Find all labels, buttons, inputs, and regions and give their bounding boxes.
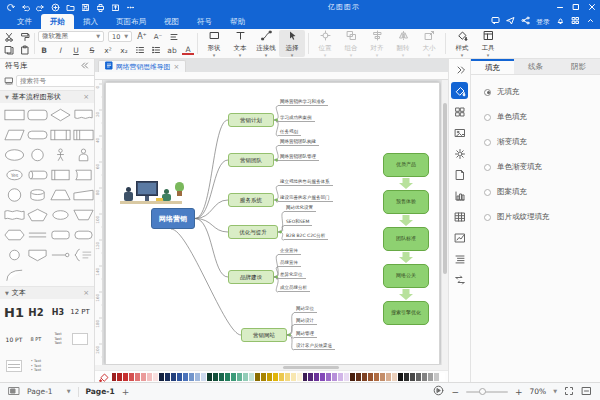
bullet-list-icon[interactable] <box>150 45 162 56</box>
bell-icon[interactable] <box>556 16 565 27</box>
radio-icon[interactable] <box>484 139 491 146</box>
drawing-area[interactable]: 网络营销营销计划网络营销的学习和准备学习成功的案例任务规划营销团队网络营销团队构… <box>103 80 441 365</box>
color-swatch[interactable] <box>285 373 290 381</box>
mindmap-branch-node[interactable]: 优化与提升 <box>228 225 278 239</box>
color-swatch[interactable] <box>404 373 409 381</box>
shape-circle[interactable] <box>26 145 49 164</box>
mindmap-branch-node[interactable]: 营销团队 <box>228 153 274 167</box>
color-swatch[interactable] <box>159 373 164 381</box>
color-swatch[interactable] <box>440 373 445 381</box>
color-swatch[interactable] <box>434 373 439 381</box>
shape-rounded-rectangle[interactable] <box>26 105 49 124</box>
superscript-icon[interactable]: x² <box>102 45 114 56</box>
radio-icon[interactable] <box>484 189 491 196</box>
color-swatch[interactable] <box>297 373 302 381</box>
zoom-level[interactable]: 70% <box>529 387 546 396</box>
color-swatch[interactable] <box>177 373 182 381</box>
color-swatch[interactable] <box>147 373 152 381</box>
mindmap-leaf-node[interactable]: 网站设计 <box>294 318 317 325</box>
shape-ellipse[interactable] <box>3 145 26 164</box>
mindmap-leaf-node[interactable]: 网站定位 <box>294 306 317 313</box>
shape-hexagon[interactable] <box>3 225 26 244</box>
fill-option[interactable]: 无填充 <box>484 87 587 97</box>
comment-icon[interactable] <box>491 16 500 27</box>
color-swatch[interactable] <box>243 373 248 381</box>
save-icon[interactable] <box>80 2 91 12</box>
library-panel-icon[interactable] <box>451 103 468 120</box>
page-tab[interactable]: Page-1 <box>86 387 115 396</box>
color-swatch[interactable] <box>129 373 134 381</box>
numbered-list-icon[interactable] <box>134 45 146 56</box>
text-style-H2[interactable]: H2 <box>25 301 47 323</box>
decrease-font-icon[interactable]: A⁻ <box>152 31 164 42</box>
color-swatch[interactable] <box>225 373 230 381</box>
print-icon[interactable] <box>95 2 106 12</box>
color-swatch[interactable] <box>249 373 254 381</box>
mindmap-flow-node[interactable]: 团队标准 <box>383 227 429 251</box>
radio-icon[interactable] <box>484 164 491 171</box>
menu-tab-帮助[interactable]: 帮助 <box>221 14 254 29</box>
color-swatch[interactable] <box>362 373 367 381</box>
highlight-icon[interactable]: ab <box>166 45 178 56</box>
add-page-button[interactable]: + <box>122 387 130 397</box>
increase-font-icon[interactable]: A⁺ <box>136 31 148 42</box>
mindmap-leaf-node[interactable]: 建设完善的客户服务部门 <box>278 195 333 202</box>
color-swatch[interactable] <box>279 373 284 381</box>
subscript-icon[interactable]: x₂ <box>118 45 130 56</box>
text-style-8 PT[interactable]: 8 PT <box>25 328 47 350</box>
color-swatch[interactable] <box>398 373 403 381</box>
mindmap-leaf-node[interactable]: 品牌宣传 <box>278 260 301 267</box>
shape-rounded-rect-small[interactable] <box>49 225 72 244</box>
settings-panel-icon[interactable] <box>451 145 468 162</box>
shape-terminator[interactable] <box>72 225 95 244</box>
text-style-H1[interactable]: H1 <box>3 301 25 323</box>
ribbon-button-style[interactable]: 样式▾ <box>449 30 475 57</box>
color-swatch[interactable] <box>422 373 427 381</box>
close-section-icon[interactable]: × <box>83 289 89 297</box>
text-align-icon[interactable] <box>168 31 180 42</box>
page-panel-icon[interactable] <box>451 166 468 183</box>
zoom-in-button[interactable]: + <box>515 387 523 397</box>
color-swatch[interactable] <box>153 373 158 381</box>
section-title-text[interactable]: 文本 <box>12 288 26 298</box>
edraw-logo-icon[interactable] <box>5 2 16 12</box>
apps-icon[interactable] <box>571 16 580 27</box>
mindmap-leaf-node[interactable]: 任务规划 <box>278 129 301 136</box>
radio-icon[interactable] <box>484 214 491 221</box>
text-style-box2[interactable] <box>3 355 25 377</box>
shape-internal-storage[interactable] <box>72 125 95 144</box>
underline-icon[interactable]: U <box>70 45 82 56</box>
ribbon-button-select[interactable]: 选择▾ <box>279 30 305 57</box>
mindmap-leaf-node[interactable]: B2B B2C C2C分析 <box>284 233 328 240</box>
new-icon[interactable] <box>50 2 61 12</box>
shape-card[interactable] <box>49 165 72 184</box>
mindmap-leaf-node[interactable]: 学习成功的案例 <box>278 115 315 122</box>
image-panel-icon[interactable] <box>451 124 468 141</box>
shape-cylinder[interactable] <box>26 165 49 184</box>
format-tab-填充[interactable]: 填充 <box>471 59 514 74</box>
more-icon[interactable] <box>125 2 136 12</box>
shape-trapezoid[interactable] <box>49 185 72 204</box>
color-swatch[interactable] <box>135 373 140 381</box>
report-panel-icon[interactable] <box>451 229 468 246</box>
document-tab[interactable]: 网络营销思维导图 × <box>98 60 186 72</box>
color-swatch[interactable] <box>189 373 194 381</box>
vertical-scrollbar[interactable] <box>441 80 448 365</box>
mindmap-flow-node[interactable]: 搜索引擎优化 <box>383 301 429 325</box>
shape-drum[interactable] <box>26 185 49 204</box>
shape-yes-oval[interactable]: Yes <box>3 165 26 184</box>
fit-page-icon[interactable] <box>581 386 592 398</box>
color-swatch[interactable] <box>141 373 146 381</box>
color-swatch[interactable] <box>261 373 266 381</box>
close-section-icon[interactable]: × <box>83 93 89 101</box>
color-swatch[interactable] <box>171 373 176 381</box>
page-menu[interactable]: Page-1▼ <box>27 387 71 396</box>
ribbon-button-shape[interactable]: 形状▾ <box>201 30 227 57</box>
text-style-H3[interactable]: H3 <box>47 301 69 323</box>
color-swatch[interactable] <box>195 373 200 381</box>
color-swatch[interactable] <box>320 373 325 381</box>
send-icon[interactable] <box>506 16 515 27</box>
color-swatch[interactable] <box>374 373 379 381</box>
color-swatch[interactable] <box>332 373 337 381</box>
color-swatch[interactable] <box>308 373 313 381</box>
